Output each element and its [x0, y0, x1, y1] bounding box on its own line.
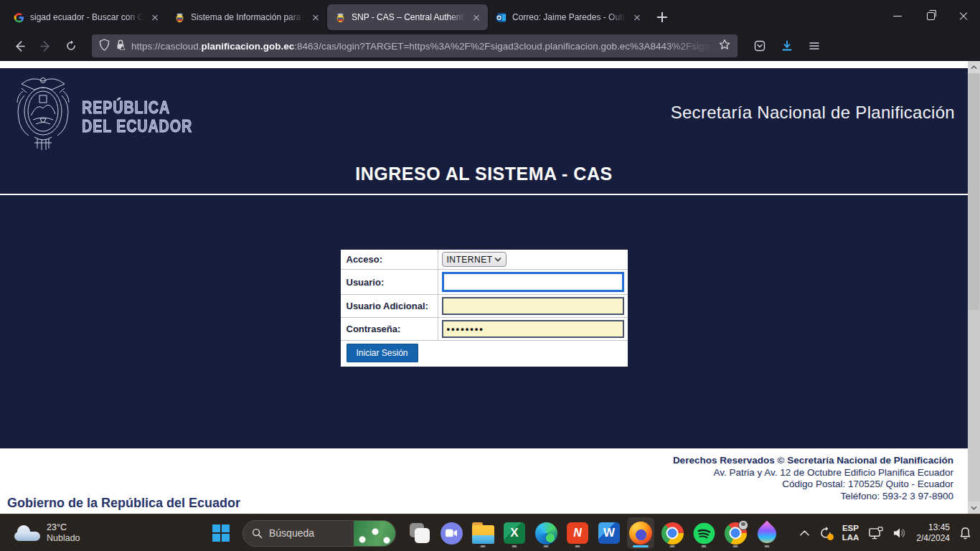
page-header: REPÚBLICA DEL ECUADOR Secretaría Naciona…	[0, 68, 968, 154]
usuario-input[interactable]	[442, 272, 624, 292]
tab-close-icon[interactable]	[149, 11, 161, 23]
tab-snp-cas-active[interactable]: SNP - CAS – Central Authentica	[327, 4, 488, 30]
tab-title: Sistema de Información para los	[191, 12, 304, 22]
tab-close-icon[interactable]	[471, 11, 482, 23]
url-bar[interactable]: https://cascloud.planificacion.gob.ec:84…	[92, 34, 738, 57]
page-title: INGRESO AL SISTEMA - CAS	[0, 154, 968, 184]
toolbar-right	[749, 35, 825, 57]
task-view-button[interactable]	[406, 517, 433, 549]
tab-google-search[interactable]: sigad ecuador - Buscar con Goo	[6, 4, 166, 30]
screen: sigad ecuador - Buscar con Goo Sistema d…	[0, 0, 980, 551]
spotify-button[interactable]	[690, 517, 717, 549]
start-button[interactable]	[208, 520, 234, 546]
page-scrollbar[interactable]	[968, 61, 980, 514]
chevron-down-icon	[494, 257, 501, 262]
tab-close-icon[interactable]	[631, 11, 643, 23]
update-badge	[827, 534, 834, 540]
paint-app-button[interactable]	[753, 517, 781, 549]
iniciar-sesion-button[interactable]: Iniciar Sesión	[347, 344, 418, 362]
usuario-adicional-input[interactable]	[442, 297, 624, 315]
tray-chevron-up-icon[interactable]	[800, 530, 809, 536]
tracking-protection-shield-icon[interactable]	[99, 39, 110, 54]
acceso-label: Acceso:	[341, 250, 438, 269]
minimize-button[interactable]	[881, 0, 914, 32]
scrollbar-thumb[interactable]	[969, 73, 979, 310]
org-name: Secretaría Nacional de Planificación	[671, 103, 955, 123]
excel-button[interactable]: X	[501, 517, 528, 549]
spotify-icon	[693, 522, 715, 545]
firefox-icon	[629, 522, 652, 545]
tab-title: sigad ecuador - Buscar con Goo	[30, 12, 143, 22]
new-tab-button[interactable]	[651, 6, 673, 28]
chrome-icon	[661, 522, 684, 545]
scroll-up-icon[interactable]	[968, 61, 980, 73]
profile-avatar-badge	[738, 520, 748, 530]
pocket-icon[interactable]	[749, 35, 771, 57]
tab-title: SNP - CAS – Central Authentica	[352, 12, 465, 22]
tab-outlook[interactable]: Correo: Jaime Paredes - Outlook	[488, 4, 649, 30]
page-viewport: REPÚBLICA DEL ECUADOR Secretaría Naciona…	[0, 61, 980, 514]
url-text: https://cascloud.planificacion.gob.ec:84…	[131, 41, 713, 52]
downloads-icon[interactable]	[776, 35, 798, 57]
excel-icon: X	[504, 522, 525, 544]
chrome-profile-button[interactable]	[722, 517, 749, 549]
search-placeholder: Búsqueda	[269, 527, 314, 539]
weather-widget[interactable]: 23°C Nublado	[10, 514, 85, 551]
usuario-label: Usuario:	[341, 270, 438, 294]
teams-chat-button[interactable]	[438, 517, 465, 549]
tab-close-icon[interactable]	[310, 11, 321, 23]
tab-bar: sigad ecuador - Buscar con Goo Sistema d…	[0, 0, 980, 32]
ecuador-crest-favicon-icon	[174, 11, 185, 23]
usuario-adicional-label: Usuario Adicional:	[341, 295, 438, 317]
windows-logo-icon	[212, 524, 230, 542]
update-sync-icon[interactable]	[819, 526, 833, 540]
contrasena-input[interactable]	[442, 320, 624, 338]
network-display-icon[interactable]	[868, 527, 883, 540]
speaker-icon[interactable]	[892, 527, 907, 540]
contrasena-label: Contraseña:	[341, 318, 438, 340]
edge-button[interactable]	[532, 517, 560, 549]
language-indicator[interactable]: ESP LAA	[842, 524, 859, 542]
weather-temp: 23°C	[47, 522, 80, 533]
notification-bell-icon[interactable]	[959, 527, 971, 540]
search-icon	[252, 528, 263, 539]
bookmark-star-icon[interactable]	[719, 39, 730, 53]
taskbar-search[interactable]: Búsqueda	[242, 520, 396, 547]
google-favicon-icon	[13, 11, 24, 23]
taskbar: 23°C Nublado Búsqueda	[0, 514, 980, 551]
restore-button[interactable]	[914, 0, 947, 32]
ecuador-coat-of-arms-logo	[7, 74, 79, 154]
firefox-button-active[interactable]	[627, 517, 654, 549]
republica-del-ecuador-logotext: REPÚBLICA DEL ECUADOR	[82, 98, 192, 136]
copyright-block: Derechos Reservados © Secretaría Naciona…	[673, 455, 953, 502]
navigation-bar: https://cascloud.planificacion.gob.ec:84…	[0, 32, 980, 61]
ecuador-crest-favicon-icon	[334, 11, 346, 23]
acceso-select[interactable]: INTERNET	[442, 252, 507, 267]
task-view-icon	[409, 522, 431, 545]
close-button[interactable]	[947, 0, 980, 32]
browser-chrome: sigad ecuador - Buscar con Goo Sistema d…	[0, 0, 980, 61]
clock-date[interactable]: 13:45 2/4/2024	[916, 522, 950, 544]
back-button[interactable]	[9, 35, 30, 57]
word-icon: W	[598, 522, 620, 544]
page-footer: Derechos Reservados © Secretaría Naciona…	[0, 448, 968, 514]
file-explorer-button[interactable]	[469, 517, 496, 549]
reload-button[interactable]	[60, 35, 82, 57]
edge-icon	[535, 522, 557, 545]
weather-condition: Nublado	[47, 533, 80, 544]
chrome-button[interactable]	[659, 517, 686, 549]
gradient-droplet-icon	[754, 521, 781, 547]
video-chat-icon	[440, 522, 463, 545]
window-controls	[881, 0, 980, 32]
tab-sistema-informacion[interactable]: Sistema de Información para los	[166, 4, 327, 30]
lock-warning-icon[interactable]	[116, 39, 126, 53]
chrome-profile-icon	[725, 522, 747, 545]
nitro-pdf-button[interactable]: N	[564, 517, 591, 549]
folder-icon	[472, 525, 494, 544]
word-button[interactable]: W	[595, 517, 623, 549]
search-highlight-image[interactable]	[354, 521, 395, 547]
scroll-down-icon[interactable]	[968, 501, 980, 514]
page-body: REPÚBLICA DEL ECUADOR Secretaría Naciona…	[0, 68, 968, 448]
menu-hamburger-icon[interactable]	[804, 35, 825, 57]
forward-button[interactable]	[34, 35, 56, 57]
